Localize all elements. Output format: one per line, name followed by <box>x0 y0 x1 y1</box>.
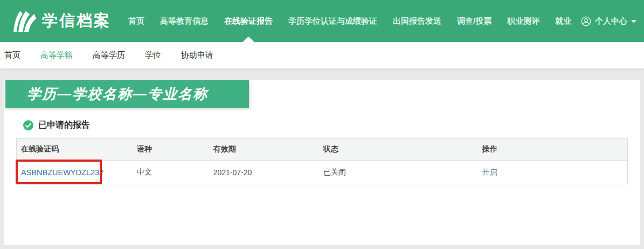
chevron-down-icon <box>631 20 636 23</box>
col-header-status: 状态 <box>319 139 478 161</box>
nav-item-employment[interactable]: 就业 <box>555 16 571 26</box>
degree-banner-title: 学历—学校名称—专业名称 <box>27 85 208 103</box>
nav-item-career-assessment[interactable]: 职业测评 <box>507 16 539 26</box>
nav-item-home[interactable]: 首页 <box>128 16 144 26</box>
degree-banner: 学历—学校名称—专业名称 <box>5 80 249 108</box>
nav-item-overseas-report[interactable]: 出国报告发送 <box>393 16 441 26</box>
subnav-item-assist-apply[interactable]: 协助申请 <box>181 50 213 60</box>
status-cell: 已关闭 <box>319 161 478 184</box>
primary-nav: 首页 高等教育信息 在线验证报告 学历学位认证与成绩验证 出国报告发送 调查/投… <box>128 16 571 26</box>
secondary-nav: 首页 高等学籍 高等学历 学位 协助申请 <box>0 42 644 69</box>
brand-title: 学信档案 <box>42 10 111 32</box>
col-header-language: 语种 <box>133 139 209 161</box>
reports-table-wrap: 在线验证码 语种 有效期 状态 操作 ASBNBZUEWYDZL232 中文 2… <box>16 138 628 184</box>
content-card: 学历—学校名称—专业名称 已申请的报告 在线验证码 语种 有效期 状态 操作 <box>4 80 640 245</box>
valid-until-cell: 2021-07-20 <box>209 161 319 184</box>
user-menu-label: 个人中心 <box>595 16 627 26</box>
top-header: 学信档案 首页 高等教育信息 在线验证报告 学历学位认证与成绩验证 出国报告发送… <box>0 0 644 42</box>
applied-reports-section-header: 已申请的报告 <box>23 120 640 131</box>
brand[interactable]: 学信档案 <box>12 8 111 34</box>
nav-item-higher-education-info[interactable]: 高等教育信息 <box>160 16 209 26</box>
subnav-item-higher-enrollment[interactable]: 高等学籍 <box>40 50 73 60</box>
col-header-verification-code: 在线验证码 <box>17 139 133 161</box>
brand-logo-icon <box>12 8 37 34</box>
table-row: ASBNBZUEWYDZL232 中文 2021-07-20 已关闭 开启 <box>17 161 628 184</box>
user-icon <box>581 16 591 26</box>
reports-table: 在线验证码 语种 有效期 状态 操作 ASBNBZUEWYDZL232 中文 2… <box>16 138 628 184</box>
col-header-valid-until: 有效期 <box>209 139 319 161</box>
user-menu[interactable]: 个人中心 <box>581 16 636 26</box>
enable-link[interactable]: 开启 <box>482 168 497 176</box>
nav-item-online-verification-report[interactable]: 在线验证报告 <box>224 16 273 26</box>
col-header-action: 操作 <box>478 139 628 161</box>
active-nav-arrow <box>243 37 254 42</box>
subnav-item-home[interactable]: 首页 <box>4 50 20 60</box>
nav-item-survey-vote[interactable]: 调查/投票 <box>457 16 491 26</box>
nav-item-degree-certification[interactable]: 学历学位认证与成绩验证 <box>288 16 377 26</box>
section-title: 已申请的报告 <box>38 120 90 131</box>
subnav-item-higher-degree[interactable]: 高等学历 <box>93 50 125 60</box>
verification-code-link[interactable]: ASBNBZUEWYDZL232 <box>21 168 103 177</box>
check-icon <box>23 120 33 130</box>
language-cell: 中文 <box>133 161 209 184</box>
table-header-row: 在线验证码 语种 有效期 状态 操作 <box>17 139 628 161</box>
subnav-item-academic-degree[interactable]: 学位 <box>145 50 161 60</box>
